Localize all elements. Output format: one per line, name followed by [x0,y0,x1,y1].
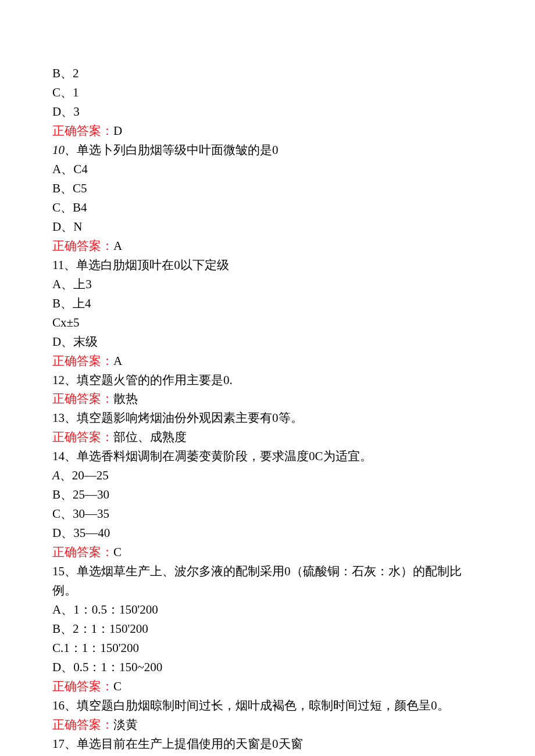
answer-line: 正确答案：C [52,543,483,562]
option-a: A、20—25 [52,466,483,485]
option-d: D、N [52,217,483,237]
option-d: D、35—40 [52,524,483,543]
answer-label: 正确答案： [52,239,113,253]
answer-label: 正确答案： [52,124,113,138]
option-b: B、2：1：150'200 [52,619,483,639]
question-14: 14、单选香料烟调制在凋萎变黄阶段，要求温度0C为适宜。 [52,447,483,466]
option-b: B、上4 [52,294,483,313]
option-b: B、C5 [52,179,483,198]
option-a: A、1：0.5：150'200 [52,600,483,619]
answer-line: 正确答案：散热 [52,389,483,409]
answer-line: 正确答案：C [52,677,483,696]
q10-number: 10、 [52,143,77,157]
answer-label: 正确答案： [52,679,113,693]
question-15: 15、单选烟草生产上、波尔多液的配制采用0（硫酸铜：石灰：水）的配制比例。 [52,562,483,600]
question-10: 10、单选卜列白肋烟等级中叶面微皱的是0 [52,141,483,160]
answer-value: 淡黄 [113,718,138,732]
option-a-letter: A [52,468,60,482]
answer-value: 部位、成熟度 [113,430,187,444]
answer-value: D [113,124,122,138]
answer-label: 正确答案： [52,430,113,444]
answer-label: 正确答案： [52,392,113,406]
answer-line: 正确答案：部位、成熟度 [52,428,483,447]
option-c: C、1 [52,83,483,102]
answer-label: 正确答案： [52,354,113,368]
option-d: D、3 [52,102,483,121]
answer-label: 正确答案： [52,545,113,559]
option-a: A、阁楼式 [52,754,483,756]
question-11: 11、单选白肋烟顶叶在0以下定级 [52,256,483,275]
option-c: C、B4 [52,198,483,217]
answer-label: 正确答案： [52,718,113,732]
answer-line: 正确答案：A [52,237,483,256]
option-a: A、C4 [52,160,483,179]
option-a-text: 、20—25 [60,468,109,482]
answer-value: C [113,679,122,693]
question-13: 13、填空题影响烤烟油份外观因素主要有0等。 [52,409,483,428]
option-a: A、上3 [52,275,483,294]
answer-value: A [113,239,122,253]
answer-line: 正确答案：A [52,352,483,371]
option-c: Cx±5 [52,313,483,332]
option-c: C.1：1：150'200 [52,639,483,658]
answer-line: 正确答案：淡黄 [52,715,483,734]
option-b: B、25—30 [52,485,483,504]
answer-line: 正确答案：D [52,121,483,141]
q10-text: 单选卜列白肋烟等级中叶面微皱的是0 [77,143,279,157]
question-17: 17、单选目前在生产上提倡使用的天窗是0天窗 [52,734,483,754]
option-d: D、末级 [52,332,483,352]
option-d: D、0.5：1：150~200 [52,658,483,677]
option-b: B、2 [52,64,483,83]
question-12: 12、填空题火管的的作用主要是0. [52,371,483,390]
option-c: C、30—35 [52,504,483,524]
answer-value: 散热 [113,392,138,406]
document-page: B、2 C、1 D、3 正确答案：D 10、单选卜列白肋烟等级中叶面微皱的是0 … [0,0,535,756]
question-16: 16、填空题白肋烟晾制时间过长，烟叶成褐色，晾制时间过短，颜色呈0。 [52,696,483,715]
answer-value: A [113,354,122,368]
answer-value: C [113,545,122,559]
